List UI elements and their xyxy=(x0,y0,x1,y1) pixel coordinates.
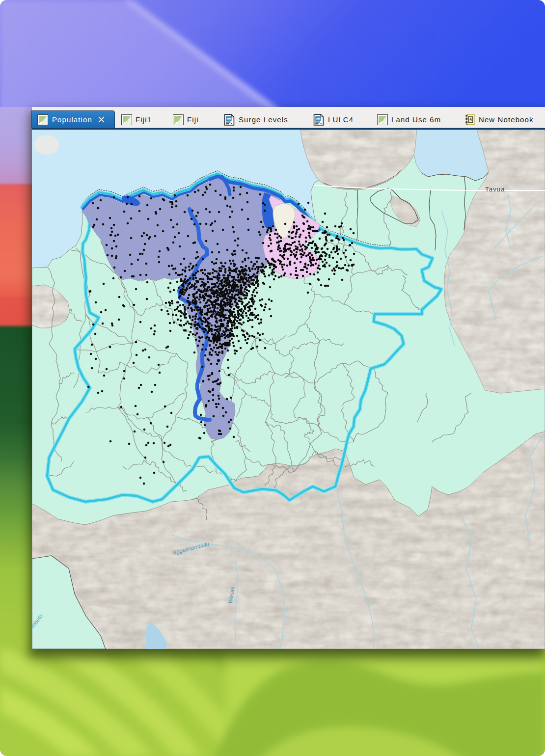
svg-text:Tavua: Tavua xyxy=(485,186,505,193)
svg-text:0: 0 xyxy=(469,118,472,123)
